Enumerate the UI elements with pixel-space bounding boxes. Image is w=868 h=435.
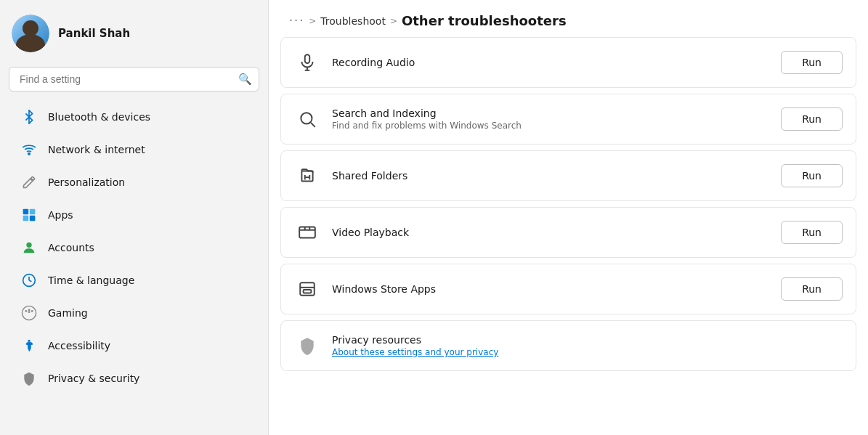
video-playback-run-button[interactable]: Run <box>781 221 843 244</box>
video-playback-item: Video Playback Run <box>280 207 856 258</box>
sidebar-item-time-label: Time & language <box>48 275 134 286</box>
breadcrumb-sep-2: > <box>390 16 397 26</box>
apps-icon <box>20 206 38 224</box>
video-playback-info: Video Playback <box>332 227 769 238</box>
shared-folders-title: Shared Folders <box>332 170 769 182</box>
svg-line-8 <box>29 280 31 282</box>
sidebar-item-network-label: Network & internet <box>48 144 145 155</box>
windows-store-apps-icon <box>294 276 320 302</box>
shared-folders-info: Shared Folders <box>332 170 769 182</box>
sidebar-item-privacy[interactable]: Privacy & security <box>6 362 262 394</box>
sidebar-item-gaming-label: Gaming <box>48 307 88 319</box>
nav-list: Bluetooth & devices Network & internet P… <box>0 97 268 435</box>
svg-point-10 <box>25 310 28 312</box>
accessibility-icon <box>20 337 38 354</box>
sidebar-item-accessibility-label: Accessibility <box>48 340 110 351</box>
breadcrumb-dots[interactable]: ··· <box>289 14 304 28</box>
sidebar-item-accounts-label: Accounts <box>48 242 94 253</box>
sidebar-item-personalization-label: Personalization <box>48 176 125 188</box>
svg-rect-24 <box>299 227 315 237</box>
search-indexing-desc: Find and fix problems with Windows Searc… <box>332 121 769 131</box>
sidebar-item-apps-label: Apps <box>48 209 73 221</box>
sidebar-item-accounts[interactable]: Accounts <box>6 232 262 264</box>
recording-audio-icon <box>294 49 320 76</box>
breadcrumb-sep-1: > <box>309 16 316 26</box>
profile-name: Pankil Shah <box>58 27 130 40</box>
gaming-icon <box>20 304 38 322</box>
search-indexing-title: Search and Indexing <box>332 107 769 119</box>
svg-point-0 <box>28 153 31 155</box>
windows-store-apps-item: Windows Store Apps Run <box>280 264 856 314</box>
time-icon <box>20 272 38 289</box>
privacy-icon <box>20 370 38 387</box>
network-icon <box>20 141 38 158</box>
search-icon: 🔍 <box>238 73 252 86</box>
sidebar: Pankil Shah 🔍 Bluetooth & devices Networ… <box>0 0 269 435</box>
windows-store-apps-info: Windows Store Apps <box>332 283 769 295</box>
troubleshooters-list: Recording Audio Run Search and Indexing … <box>269 37 868 389</box>
svg-point-14 <box>28 340 30 342</box>
svg-rect-4 <box>30 216 36 221</box>
breadcrumb: ··· > Troubleshoot > Other troubleshoote… <box>269 0 868 37</box>
svg-rect-20 <box>301 171 312 182</box>
recording-audio-item: Recording Audio Run <box>280 37 856 88</box>
search-box[interactable]: 🔍 <box>9 67 259 92</box>
privacy-resources-info: Privacy resources About these settings a… <box>332 334 498 357</box>
shared-folders-run-button[interactable]: Run <box>781 164 843 187</box>
recording-audio-run-button[interactable]: Run <box>781 51 843 74</box>
shared-folders-item: Shared Folders Run <box>280 150 856 201</box>
svg-point-18 <box>301 113 312 123</box>
sidebar-item-accessibility[interactable]: Accessibility <box>6 330 262 362</box>
svg-point-12 <box>31 310 33 312</box>
privacy-resources-item: Privacy resources About these settings a… <box>280 320 856 371</box>
breadcrumb-current: Other troubleshooters <box>402 13 567 28</box>
profile-section: Pankil Shah <box>0 0 268 64</box>
personalization-icon <box>20 174 38 191</box>
accounts-icon <box>20 239 38 256</box>
svg-rect-1 <box>23 209 29 215</box>
privacy-resources-link[interactable]: About these settings and your privacy <box>332 347 498 357</box>
sidebar-item-apps[interactable]: Apps <box>6 199 262 231</box>
search-input[interactable] <box>9 67 259 92</box>
recording-audio-info: Recording Audio <box>332 57 769 68</box>
svg-line-19 <box>311 123 315 127</box>
video-playback-title: Video Playback <box>332 227 769 238</box>
search-indexing-item: Search and Indexing Find and fix problem… <box>280 94 856 145</box>
search-indexing-info: Search and Indexing Find and fix problem… <box>332 107 769 131</box>
sidebar-item-time[interactable]: Time & language <box>6 264 262 296</box>
sidebar-item-bluetooth[interactable]: Bluetooth & devices <box>6 101 262 133</box>
bluetooth-icon <box>20 108 38 126</box>
sidebar-item-network[interactable]: Network & internet <box>6 134 262 166</box>
sidebar-item-gaming[interactable]: Gaming <box>6 297 262 329</box>
windows-store-apps-title: Windows Store Apps <box>332 283 769 295</box>
svg-rect-15 <box>305 54 310 63</box>
svg-rect-2 <box>30 209 36 215</box>
search-indexing-icon <box>294 106 320 132</box>
svg-point-11 <box>28 309 31 312</box>
recording-audio-title: Recording Audio <box>332 57 769 68</box>
svg-rect-3 <box>23 216 29 221</box>
privacy-resources-title: Privacy resources <box>332 334 498 346</box>
sidebar-item-personalization[interactable]: Personalization <box>6 166 262 198</box>
sidebar-item-bluetooth-label: Bluetooth & devices <box>48 111 150 123</box>
video-playback-icon <box>294 219 320 245</box>
svg-point-5 <box>26 243 31 248</box>
main-content: ··· > Troubleshoot > Other troubleshoote… <box>269 0 868 435</box>
windows-store-apps-run-button[interactable]: Run <box>781 277 843 301</box>
svg-rect-30 <box>304 290 312 293</box>
svg-point-13 <box>28 311 31 313</box>
privacy-resources-icon <box>294 333 320 359</box>
search-indexing-run-button[interactable]: Run <box>781 107 843 131</box>
breadcrumb-troubleshoot[interactable]: Troubleshoot <box>320 15 386 27</box>
sidebar-item-privacy-label: Privacy & security <box>48 373 139 384</box>
avatar <box>12 15 49 52</box>
shared-folders-icon <box>294 163 320 189</box>
